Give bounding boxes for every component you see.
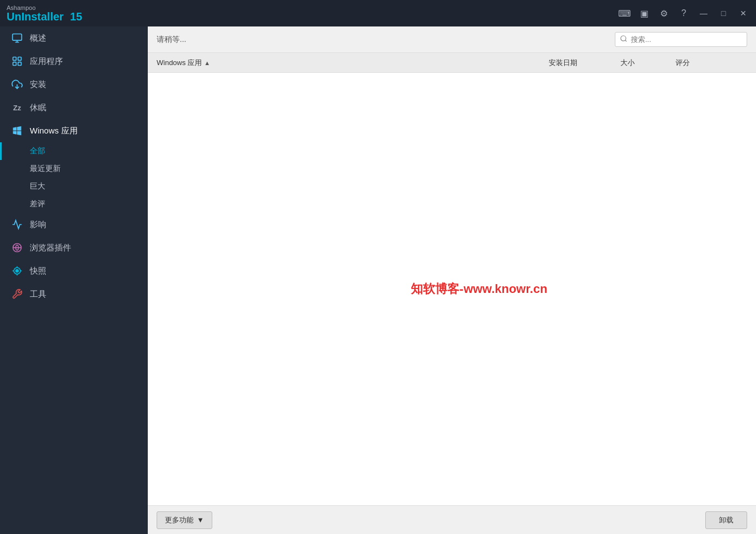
content-footer: 更多功能 ▼ 卸载: [148, 505, 756, 534]
search-box[interactable]: [615, 32, 747, 47]
sidebar-label-impact: 影响: [30, 220, 46, 230]
monitor-icon: [11, 32, 23, 44]
more-functions-button[interactable]: 更多功能 ▼: [157, 511, 212, 529]
sidebar-sub-label-all: 全部: [30, 146, 45, 155]
sidebar-item-tools[interactable]: 工具: [0, 282, 148, 306]
sidebar-sub-recent[interactable]: 最近更新: [0, 160, 148, 178]
sidebar-sub-all[interactable]: 全部: [0, 142, 148, 160]
sidebar-item-overview[interactable]: 概述: [0, 26, 148, 50]
browser-icon: [11, 242, 23, 254]
sidebar-sub-label-lowrated: 差评: [30, 199, 45, 208]
keyboard-icon[interactable]: ⌨: [618, 7, 630, 19]
sidebar-item-apps[interactable]: 应用程序: [0, 50, 148, 73]
sidebar-sub-label-large: 巨大: [30, 181, 45, 190]
column-rating[interactable]: 评分: [675, 58, 731, 68]
close-button[interactable]: ✕: [737, 7, 749, 19]
table-body: 知软博客-www.knowr.cn: [148, 73, 756, 505]
display-icon[interactable]: ▣: [638, 7, 650, 19]
sleep-icon: Zz: [11, 102, 23, 114]
minimize-button[interactable]: —: [698, 7, 710, 19]
table-header: Windows 应用 ▲ 安装日期 大小 评分: [148, 53, 756, 73]
svg-point-16: [621, 36, 626, 41]
content-area: 请稍等... Windows 应用 ▲ 安装日期 大小 评分 知软博客-www.…: [148, 26, 756, 534]
dropdown-arrow-icon: ▼: [197, 516, 204, 524]
app-logo: Ashampoo UnInstaller 15: [7, 5, 82, 22]
apps-icon: [11, 55, 23, 67]
svg-rect-5: [13, 62, 17, 66]
svg-rect-3: [13, 57, 17, 61]
impact-icon: [11, 218, 23, 231]
main-layout: 概述 应用程序 安装 Zz 休眠 Winows 应用 全部: [0, 26, 756, 534]
window-controls: ⌨ ▣ ⚙ ? — □ ✕: [618, 7, 749, 19]
svg-rect-6: [18, 62, 22, 66]
svg-rect-0: [13, 34, 22, 41]
sidebar-item-impact[interactable]: 影响: [0, 213, 148, 236]
column-size[interactable]: 大小: [620, 58, 675, 68]
search-input[interactable]: [631, 35, 742, 44]
sidebar-label-apps: 应用程序: [30, 56, 63, 67]
svg-rect-4: [18, 57, 22, 61]
titlebar: Ashampoo UnInstaller 15 ⌨ ▣ ⚙ ? — □ ✕: [0, 0, 756, 26]
content-header: 请稍等...: [148, 26, 756, 53]
svg-point-11: [16, 270, 19, 273]
status-text: 请稍等...: [157, 35, 615, 45]
sidebar-sub-label-recent: 最近更新: [30, 164, 61, 173]
sidebar-item-sleep[interactable]: Zz 休眠: [0, 96, 148, 119]
sidebar-label-overview: 概述: [30, 33, 46, 44]
sidebar-sub-lowrated[interactable]: 差评: [0, 195, 148, 213]
help-icon[interactable]: ?: [678, 7, 690, 19]
settings-icon[interactable]: ⚙: [658, 7, 670, 19]
sidebar-sub-large[interactable]: 巨大: [0, 178, 148, 195]
sidebar-item-install[interactable]: 安装: [0, 73, 148, 96]
maximize-button[interactable]: □: [717, 7, 730, 19]
sidebar-label-tools: 工具: [30, 289, 46, 300]
sidebar-label-windows-apps: Winows 应用: [30, 126, 78, 136]
snapshot-icon: [11, 265, 23, 277]
column-name[interactable]: Windows 应用 ▲: [157, 58, 549, 68]
sidebar-label-browser-plugins: 浏览器插件: [30, 243, 71, 253]
windows-icon: [11, 125, 23, 137]
uninstall-button[interactable]: 卸载: [705, 511, 747, 529]
sidebar: 概述 应用程序 安装 Zz 休眠 Winows 应用 全部: [0, 26, 148, 534]
watermark: 知软博客-www.knowr.cn: [411, 281, 547, 297]
search-icon: [620, 35, 628, 44]
sidebar-label-snapshot: 快照: [30, 266, 46, 276]
sort-arrow-icon: ▲: [204, 60, 210, 66]
product-name: UnInstaller 15: [7, 11, 82, 22]
install-icon: [11, 78, 23, 90]
svg-line-17: [625, 40, 627, 42]
tools-icon: [11, 288, 23, 300]
sidebar-item-windows-apps[interactable]: Winows 应用: [0, 119, 148, 142]
sidebar-item-snapshot[interactable]: 快照: [0, 259, 148, 282]
column-date[interactable]: 安装日期: [549, 58, 620, 68]
sidebar-label-install: 安装: [30, 79, 46, 90]
sidebar-label-sleep: 休眠: [30, 103, 46, 113]
sidebar-item-browser-plugins[interactable]: 浏览器插件: [0, 236, 148, 259]
